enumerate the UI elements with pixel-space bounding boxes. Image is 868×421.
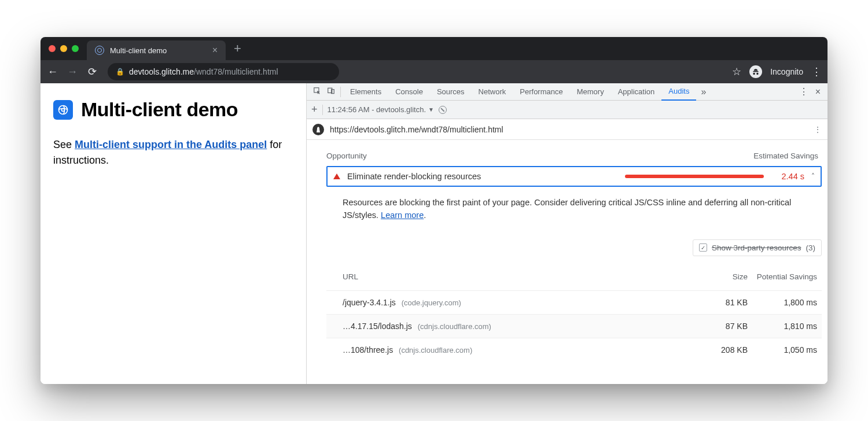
- audit-url: https://devtools.glitch.me/wndt78/multic…: [330, 125, 503, 134]
- cell-size: 87 KB: [696, 322, 748, 331]
- cell-domain: (cdnjs.cloudflare.com): [418, 322, 491, 331]
- devtools-tab-sources[interactable]: Sources: [430, 83, 472, 101]
- cell-domain: (code.jquery.com): [402, 298, 461, 307]
- page-content: Multi-client demo See Multi-client suppo…: [41, 83, 307, 384]
- cell-size: 208 KB: [696, 345, 748, 354]
- opportunity-time: 2.44 s: [771, 172, 804, 181]
- third-party-count: (3): [806, 243, 816, 252]
- incognito-icon: [749, 65, 762, 78]
- estimated-savings-header: Estimated Savings: [753, 152, 818, 160]
- audit-body: Opportunity Estimated Savings Eliminate …: [307, 140, 827, 384]
- col-url: URL: [343, 272, 696, 281]
- page-link[interactable]: Multi-client support in the Audits panel: [75, 139, 267, 150]
- favicon-icon: [95, 46, 104, 55]
- opportunity-description: Resources are blocking the first paint o…: [326, 187, 822, 228]
- reload-button[interactable]: ⟳: [86, 65, 98, 78]
- maximize-window-icon[interactable]: [72, 45, 79, 52]
- svg-point-0: [59, 105, 68, 114]
- chevron-up-icon: ˄: [811, 172, 815, 180]
- cell-url: …108/three.js (cdnjs.cloudflare.com): [343, 345, 696, 354]
- browser-tab[interactable]: Multi-client demo ×: [87, 40, 226, 60]
- address-bar[interactable]: 🔒 devtools.glitch.me/wndt78/multiclient.…: [108, 63, 339, 80]
- lock-icon: 🔒: [116, 68, 124, 76]
- table-row[interactable]: …4.17.15/lodash.js (cdnjs.cloudflare.com…: [326, 314, 822, 338]
- warning-triangle-icon: [333, 173, 340, 179]
- cell-size: 81 KB: [696, 298, 748, 307]
- opportunity-row[interactable]: Eliminate render-blocking resources 2.44…: [326, 166, 822, 187]
- forward-button[interactable]: →: [66, 66, 79, 78]
- minimize-window-icon[interactable]: [60, 45, 67, 52]
- incognito-label: Incognito: [770, 67, 803, 76]
- bookmark-icon[interactable]: ☆: [732, 65, 741, 78]
- third-party-toggle[interactable]: ✓ Show 3rd-party resources (3): [693, 239, 822, 256]
- tab-strip: Multi-client demo × +: [41, 37, 827, 60]
- learn-more-link[interactable]: Learn more: [381, 211, 424, 220]
- audit-run-dropdown[interactable]: 11:24:56 AM - devtools.glitch. ▼: [328, 105, 434, 114]
- new-tab-button[interactable]: +: [226, 41, 249, 56]
- window-controls: [46, 37, 83, 60]
- url-host: devtools.glitch.me: [129, 67, 194, 76]
- cell-savings: 1,800 ms: [748, 298, 817, 307]
- clear-icon[interactable]: [439, 106, 447, 114]
- page-text: See: [53, 139, 75, 150]
- chevron-down-icon: ▼: [428, 106, 434, 113]
- devtools-tab-performance[interactable]: Performance: [513, 83, 569, 101]
- audit-menu-icon[interactable]: ⋮: [814, 125, 822, 134]
- page-logo-icon: [53, 100, 73, 120]
- opportunity-header: Opportunity: [326, 152, 367, 160]
- checkbox-icon[interactable]: ✓: [699, 243, 707, 252]
- back-button[interactable]: ←: [46, 66, 59, 78]
- devtools-tab-application[interactable]: Application: [611, 83, 662, 101]
- devtools-menu-icon[interactable]: ⋮: [796, 86, 812, 97]
- devtools-tab-elements[interactable]: Elements: [343, 83, 388, 101]
- table-row[interactable]: /jquery-3.4.1.js (code.jquery.com)81 KB1…: [326, 290, 822, 314]
- cell-savings: 1,810 ms: [748, 322, 817, 331]
- devtools-tab-console[interactable]: Console: [388, 83, 430, 101]
- browser-menu-icon[interactable]: ⋮: [811, 65, 822, 78]
- close-window-icon[interactable]: [49, 45, 56, 52]
- table-row[interactable]: …108/three.js (cdnjs.cloudflare.com)208 …: [326, 338, 822, 361]
- opportunity-title: Eliminate render-blocking resources: [347, 172, 481, 181]
- savings-bar: [625, 175, 764, 178]
- new-audit-icon[interactable]: +: [311, 104, 318, 116]
- cell-url: …4.17.15/lodash.js (cdnjs.cloudflare.com…: [343, 322, 696, 331]
- devtools-tab-network[interactable]: Network: [472, 83, 513, 101]
- cell-domain: (cdnjs.cloudflare.com): [399, 346, 472, 354]
- close-tab-icon[interactable]: ×: [212, 45, 218, 56]
- lighthouse-icon: [312, 124, 324, 135]
- devtools-close-icon[interactable]: ×: [812, 87, 824, 97]
- device-toggle-icon[interactable]: [324, 87, 338, 97]
- third-party-label: Show 3rd-party resources: [712, 243, 801, 252]
- col-savings: Potential Savings: [748, 272, 817, 281]
- browser-toolbar: ← → ⟳ 🔒 devtools.glitch.me/wndt78/multic…: [41, 60, 827, 83]
- page-body: See Multi-client support in the Audits p…: [53, 137, 293, 168]
- col-size: Size: [696, 272, 748, 281]
- resources-table: URL Size Potential Savings /jquery-3.4.1…: [326, 267, 822, 361]
- devtools-tab-memory[interactable]: Memory: [570, 83, 611, 101]
- opp-desc-suffix: .: [424, 211, 426, 220]
- audit-run-label: 11:24:56 AM - devtools.glitch.: [328, 105, 426, 114]
- devtools-panel: ElementsConsoleSourcesNetworkPerformance…: [307, 83, 827, 384]
- tab-title: Multi-client demo: [110, 46, 167, 55]
- cell-url: /jquery-3.4.1.js (code.jquery.com): [343, 298, 696, 307]
- audit-url-bar: https://devtools.glitch.me/wndt78/multic…: [307, 119, 827, 140]
- audits-subbar: + 11:24:56 AM - devtools.glitch. ▼: [307, 101, 827, 119]
- devtools-tabbar: ElementsConsoleSourcesNetworkPerformance…: [307, 83, 827, 101]
- browser-window: Multi-client demo × + ← → ⟳ 🔒 devtools.g…: [41, 37, 827, 384]
- inspect-icon[interactable]: [310, 87, 324, 97]
- url-path: /wndt78/multiclient.html: [194, 67, 278, 76]
- page-title: Multi-client demo: [81, 98, 238, 121]
- devtools-tab-audits[interactable]: Audits: [661, 83, 696, 101]
- cell-savings: 1,050 ms: [748, 345, 817, 354]
- overflow-tabs-icon[interactable]: »: [696, 87, 711, 97]
